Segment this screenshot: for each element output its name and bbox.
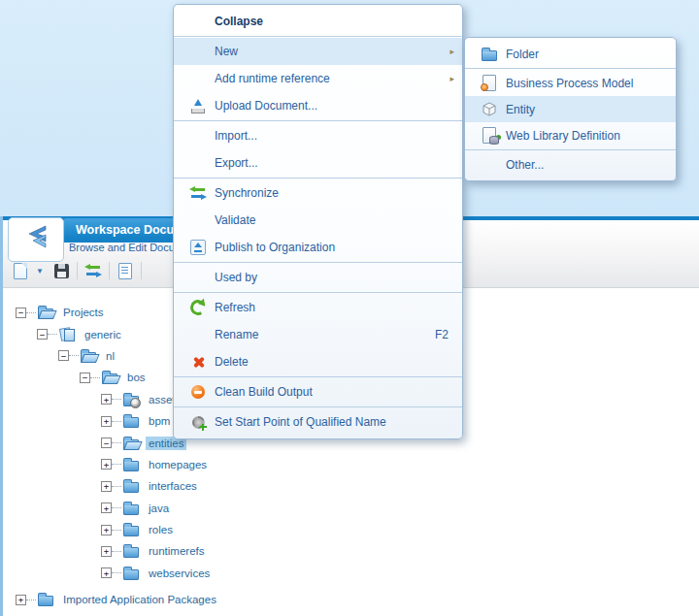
tree-expander-minus[interactable]: − [101, 438, 112, 448]
submenu-item-folder[interactable]: Folder [465, 41, 676, 67]
submenu-item-entity[interactable]: Entity [465, 96, 676, 122]
tree-expander-plus[interactable]: + [101, 481, 112, 492]
menu-separator [465, 68, 676, 69]
new-document-button[interactable] [11, 261, 30, 280]
menu-item-add-runtime-reference[interactable]: Add runtime reference ▸ [174, 65, 462, 92]
submenu-item-other[interactable]: Other... [465, 151, 676, 178]
tree-label[interactable]: roles [146, 523, 176, 536]
tree-expander-plus[interactable]: + [101, 394, 112, 405]
tree-expander-minus[interactable]: − [16, 308, 26, 318]
tree-row-homepages[interactable]: + homepages [14, 454, 699, 475]
tree-connector [90, 377, 100, 378]
folder-closed-icon [121, 567, 141, 580]
tree-label[interactable]: nl [103, 349, 117, 363]
delete-icon [183, 356, 213, 369]
tree-connector [26, 600, 36, 600]
tree-label[interactable]: Projects [60, 306, 107, 319]
folder-closed-icon [36, 593, 55, 606]
save-icon [54, 264, 69, 278]
tree-expander-minus[interactable]: − [80, 373, 90, 383]
tree-expander-plus[interactable]: + [101, 546, 112, 557]
tree-connector [112, 464, 121, 465]
menu-item-refresh[interactable]: Refresh [174, 294, 462, 321]
menu-item-delete[interactable]: Delete [174, 348, 462, 375]
menu-item-used-by[interactable]: Used by [174, 264, 462, 291]
submenu-arrow-icon: ▸ [449, 74, 456, 83]
submenu-item-business-process-model[interactable]: Business Process Model [465, 70, 676, 96]
tree-row-runtimerefs[interactable]: + runtimerefs [14, 540, 699, 562]
menu-separator [174, 406, 462, 407]
menu-separator [174, 120, 462, 121]
menu-item-upload-document[interactable]: Upload Document... [174, 92, 462, 119]
menu-separator [465, 149, 676, 150]
tree-connector [112, 421, 121, 422]
folder-closed-icon [121, 414, 141, 428]
tree-expander-minus[interactable]: − [37, 329, 48, 340]
tree-label[interactable]: interfaces [146, 479, 200, 493]
tree-label[interactable]: bpm [146, 414, 173, 428]
tree-expander-plus[interactable]: + [101, 567, 112, 578]
synchronize-icon [84, 264, 102, 277]
menu-item-publish-to-organization[interactable]: Publish to Organization [174, 234, 462, 261]
tree-label[interactable]: homepages [146, 458, 210, 471]
tree-expander-minus[interactable]: − [58, 350, 69, 361]
menu-item-new[interactable]: New ▸ [174, 38, 462, 65]
menu-item-import[interactable]: Import... [174, 122, 462, 149]
entity-icon [475, 102, 504, 117]
menu-item-validate[interactable]: Validate [174, 207, 462, 234]
tree-connector [112, 399, 121, 400]
menu-item-rename[interactable]: Rename F2 [174, 321, 462, 348]
tree-label[interactable]: runtimerefs [146, 544, 208, 558]
web-library-definition-icon [475, 127, 504, 144]
menu-separator [174, 262, 462, 263]
tree-label[interactable]: java [146, 502, 172, 515]
menu-item-clean-build-output[interactable]: Clean Build Output [174, 378, 462, 405]
document-properties-icon [118, 263, 132, 279]
tree-label[interactable]: Imported Application Packages [60, 593, 219, 606]
tree-label[interactable]: generic [82, 328, 124, 341]
tree-row-webservices[interactable]: + webservices [14, 563, 699, 584]
menu-item-collapse[interactable]: Collapse [174, 8, 462, 35]
folder-open-icon [79, 349, 98, 363]
tree-expander-plus[interactable]: + [101, 503, 112, 513]
toolbar-separator [141, 262, 142, 279]
folder-closed-icon [121, 523, 141, 536]
folder-closed-icon [121, 544, 141, 558]
tree-row-java[interactable]: + java [14, 498, 699, 519]
save-button[interactable] [51, 261, 71, 280]
tree-expander-plus[interactable]: + [101, 525, 112, 535]
tree-expander-plus[interactable]: + [101, 459, 112, 470]
menu-item-set-start-point[interactable]: Set Start Point of Qualified Name [174, 408, 462, 436]
tree-row-imported-application-packages[interactable]: + Imported Application Packages [14, 589, 699, 610]
toolbar-separator [109, 262, 110, 279]
menu-separator [174, 292, 462, 293]
business-process-model-icon [475, 75, 504, 91]
menu-item-export[interactable]: Export... [174, 149, 462, 177]
synchronize-button[interactable] [83, 261, 103, 280]
toolbar-separator [77, 262, 78, 279]
tree-expander-plus[interactable]: + [16, 595, 26, 605]
menu-item-synchronize[interactable]: Synchronize [174, 179, 462, 207]
tree-row-interfaces[interactable]: + interfaces [14, 475, 699, 497]
tree-connector [26, 312, 36, 313]
new-dropdown-caret-icon[interactable]: ▼ [36, 267, 46, 276]
upload-icon [183, 99, 213, 113]
gear-plus-icon [183, 416, 213, 429]
tree-label[interactable]: bos [124, 371, 149, 384]
tree-label[interactable]: webservices [146, 567, 213, 580]
tree-row-roles[interactable]: + roles [14, 519, 699, 540]
tree-connector [112, 507, 121, 508]
tree-connector [112, 551, 121, 552]
folder-open-icon [36, 306, 55, 319]
folder-open-icon [121, 437, 141, 450]
tree-connector [48, 334, 57, 335]
folder-closed-icon [121, 458, 141, 471]
application-window: Workspace Documents Browse and Edit Docu… [0, 0, 699, 616]
document-properties-button[interactable] [116, 261, 135, 280]
refresh-icon [183, 300, 213, 315]
app-logo-tab [8, 217, 64, 262]
submenu-arrow-icon: ▸ [449, 47, 456, 56]
submenu-item-web-library-definition[interactable]: Web Library Definition [465, 122, 676, 148]
folder-closed-icon [121, 502, 141, 515]
tree-expander-plus[interactable]: + [101, 416, 112, 427]
